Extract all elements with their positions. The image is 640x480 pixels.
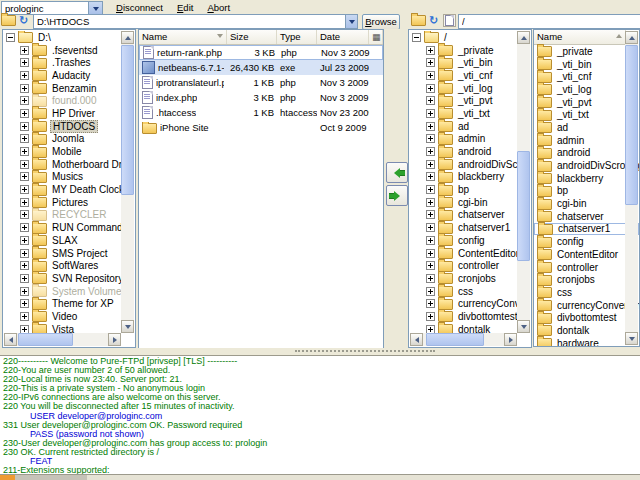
remote-list-item-chatserver1[interactable]: chatserver1 bbox=[534, 223, 639, 236]
local-tree-hscroll-thumb[interactable] bbox=[18, 333, 73, 346]
menu-item-edit[interactable]: Edit bbox=[171, 1, 199, 14]
tree-expand-icon[interactable] bbox=[20, 58, 29, 67]
scroll-right-icon[interactable] bbox=[108, 333, 121, 346]
remote-tree-item-chatserver[interactable]: chatserver bbox=[424, 209, 517, 222]
remote-tree-item-css[interactable]: css bbox=[424, 285, 517, 298]
remote-tree-item-contenteditor[interactable]: ContentEditor bbox=[424, 247, 517, 260]
remote-list-item-chatserver[interactable]: chatserver bbox=[534, 210, 639, 223]
refresh-icon[interactable]: ↻ bbox=[17, 14, 30, 27]
chevron-down-icon[interactable] bbox=[88, 2, 102, 14]
remote-tree-item--vti-cnf[interactable]: _vti_cnf bbox=[424, 69, 517, 82]
site-profile-combobox[interactable]: prologinc bbox=[1, 1, 103, 15]
local-tree-root[interactable]: D:\ bbox=[4, 31, 121, 44]
download-button[interactable] bbox=[386, 162, 408, 183]
browse-button[interactable]: Browse bbox=[362, 14, 400, 30]
remote-list-item--private[interactable]: _private bbox=[534, 45, 639, 58]
tree-expand-icon[interactable] bbox=[426, 198, 435, 207]
tree-expand-icon[interactable] bbox=[426, 287, 435, 296]
local-tree-item-svn-repository[interactable]: SVN Repository bbox=[18, 272, 121, 285]
remote-refresh-icon[interactable]: ↻ bbox=[427, 14, 440, 27]
tree-expand-icon[interactable] bbox=[426, 134, 435, 143]
file-row[interactable]: .htaccess1 KBhtaccessNov 23 2009 bbox=[139, 105, 383, 120]
remote-list-item-cgi-bin[interactable]: cgi-bin bbox=[534, 197, 639, 210]
remote-tree-hscroll-thumb[interactable] bbox=[426, 333, 484, 346]
remote-list-item--vti-bin[interactable]: _vti_bin bbox=[534, 58, 639, 71]
menu-item-disconnect[interactable]: Disconnect bbox=[110, 1, 169, 14]
remote-tree-item-bp[interactable]: bp bbox=[424, 183, 517, 196]
tree-expand-icon[interactable] bbox=[20, 223, 29, 232]
local-tree-item-mobile[interactable]: Mobile bbox=[18, 145, 121, 158]
tree-expand-icon[interactable] bbox=[20, 198, 29, 207]
tree-expand-icon[interactable] bbox=[20, 299, 29, 308]
file-row[interactable]: iPhone SiteOct 9 2009 bbox=[139, 120, 383, 135]
tree-expand-icon[interactable] bbox=[426, 299, 435, 308]
remote-tree-vertical-scrollbar[interactable] bbox=[517, 31, 530, 333]
scroll-up-icon[interactable] bbox=[517, 31, 530, 44]
local-tree-vscroll-thumb[interactable] bbox=[121, 45, 134, 195]
local-tree-item-joomla[interactable]: Joomla bbox=[18, 133, 121, 146]
remote-tree-item-ad[interactable]: ad bbox=[424, 120, 517, 133]
remote-tree-item--vti-bin[interactable]: _vti_bin bbox=[424, 56, 517, 69]
remote-list-vertical-scrollbar[interactable] bbox=[625, 31, 638, 345]
upload-button[interactable] bbox=[386, 185, 408, 206]
local-tree-item-found-000[interactable]: found.000 bbox=[18, 94, 121, 107]
local-tree-item-theme-for-xp[interactable]: Theme for XP bbox=[18, 297, 121, 310]
tree-expand-icon[interactable] bbox=[426, 122, 435, 131]
remote-tree-item-admin[interactable]: admin bbox=[424, 133, 517, 146]
remote-tree-item-android[interactable]: android bbox=[424, 145, 517, 158]
remote-tree-item--vti-log[interactable]: _vti_log bbox=[424, 82, 517, 95]
tree-expand-icon[interactable] bbox=[426, 325, 435, 333]
scroll-up-icon[interactable] bbox=[625, 31, 638, 44]
tree-expand-icon[interactable] bbox=[426, 96, 435, 105]
tree-expand-icon[interactable] bbox=[20, 185, 29, 194]
tree-expand-icon[interactable] bbox=[426, 46, 435, 55]
local-tree-item-recycler[interactable]: RECYCLER bbox=[18, 209, 121, 222]
local-tree-item--fseventsd[interactable]: .fseventsd bbox=[18, 44, 121, 57]
local-tree-item-htdocs[interactable]: HTDOCS bbox=[18, 120, 121, 133]
tree-expand-icon[interactable] bbox=[426, 236, 435, 245]
column-header-name[interactable]: Name bbox=[139, 30, 227, 44]
folder-up-icon[interactable] bbox=[2, 14, 15, 27]
remote-tree-horizontal-scrollbar[interactable] bbox=[410, 333, 517, 346]
remote-list-item-admin[interactable]: admin bbox=[534, 134, 639, 147]
tree-expand-icon[interactable] bbox=[20, 236, 29, 245]
remote-tree-item--vti-pvt[interactable]: _vti_pvt bbox=[424, 94, 517, 107]
local-tree-item-musics[interactable]: Musics bbox=[18, 171, 121, 184]
column-chooser-icon[interactable]: ▦ bbox=[369, 30, 383, 44]
local-tree-item-video[interactable]: Video bbox=[18, 310, 121, 323]
remote-tree-item-dontalk[interactable]: dontalk bbox=[424, 323, 517, 333]
tree-expand-icon[interactable] bbox=[426, 71, 435, 80]
file-row[interactable]: netbeans-6.7.1-ml-php-wi...26,430 KBexeJ… bbox=[139, 60, 383, 75]
local-tree-vertical-scrollbar[interactable] bbox=[121, 31, 134, 333]
tree-expand-icon[interactable] bbox=[20, 274, 29, 283]
local-path-input[interactable] bbox=[33, 14, 347, 29]
remote-list-item-blackberry[interactable]: blackberry bbox=[534, 172, 639, 185]
scroll-up-icon[interactable] bbox=[121, 31, 134, 44]
tree-expand-icon[interactable] bbox=[20, 122, 29, 131]
remote-list-item--vti-pvt[interactable]: _vti_pvt bbox=[534, 96, 639, 109]
remote-list-item--vti-cnf[interactable]: _vti_cnf bbox=[534, 70, 639, 83]
tree-expand-icon[interactable] bbox=[426, 249, 435, 258]
remote-tree-vscroll-thumb[interactable] bbox=[517, 151, 530, 261]
column-header-size[interactable]: Size bbox=[227, 30, 277, 44]
column-header-type[interactable]: Type bbox=[277, 30, 317, 44]
tree-expand-icon[interactable] bbox=[20, 109, 29, 118]
tree-expand-icon[interactable] bbox=[20, 84, 29, 93]
local-path-dropdown-icon[interactable] bbox=[345, 14, 358, 29]
scroll-right-icon[interactable] bbox=[504, 333, 517, 346]
file-row[interactable]: index.php3 KBphpNov 3 2009 bbox=[139, 90, 383, 105]
local-tree-item-motherboard-drivers[interactable]: Motherboard Drivers bbox=[18, 158, 121, 171]
remote-list-item-ad[interactable]: ad bbox=[534, 121, 639, 134]
local-tree-item-vista[interactable]: Vista bbox=[18, 323, 121, 333]
local-tree-item-audacity[interactable]: Audacity bbox=[18, 69, 121, 82]
local-tree-item-my-death-clock-files[interactable]: MY Death Clock_files bbox=[18, 183, 121, 196]
column-header-name[interactable]: Name bbox=[534, 30, 626, 44]
file-row[interactable]: return-rank.php3 KBphpNov 3 2009 bbox=[139, 45, 383, 60]
local-tree-horizontal-scrollbar[interactable] bbox=[4, 333, 121, 346]
remote-tree-item-cgi-bin[interactable]: cgi-bin bbox=[424, 196, 517, 209]
remote-tree-item-currencyconverter[interactable]: currencyConverter bbox=[424, 297, 517, 310]
local-tree-item-softwares[interactable]: SoftWares bbox=[18, 259, 121, 272]
scroll-down-icon[interactable] bbox=[121, 320, 134, 333]
tree-expand-icon[interactable] bbox=[20, 287, 29, 296]
remote-list-item-cronjobs[interactable]: cronjobs bbox=[534, 273, 639, 286]
